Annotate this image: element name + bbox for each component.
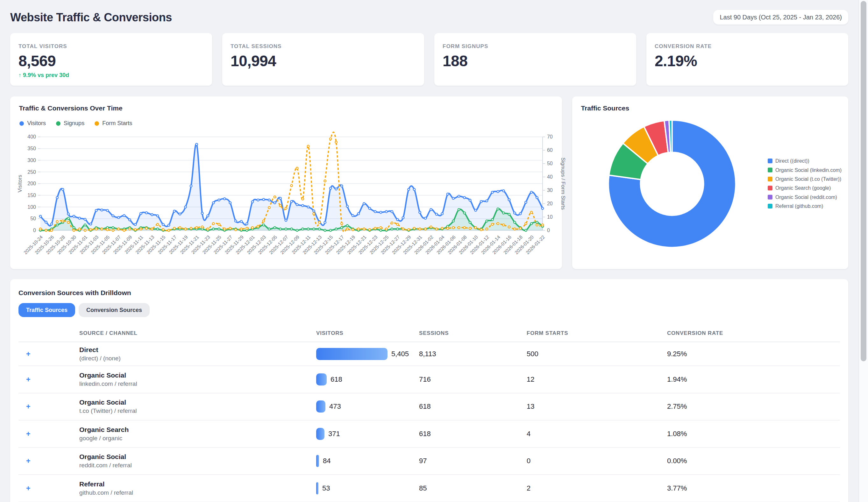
svg-text:Organic Social (t.co (Twitter): Organic Social (t.co (Twitter)): [775, 176, 841, 182]
svg-text:Organic Search (google): Organic Search (google): [775, 185, 831, 191]
svg-text:Organic Social (linkedin.com): Organic Social (linkedin.com): [775, 167, 841, 173]
svg-text:Referral (github.com): Referral (github.com): [775, 203, 823, 209]
svg-text:400: 400: [28, 134, 36, 140]
svg-text:Organic Social (reddit.com): Organic Social (reddit.com): [775, 195, 837, 200]
svg-text:300: 300: [28, 158, 36, 163]
svg-text:0: 0: [547, 228, 550, 233]
svg-text:50: 50: [30, 216, 36, 221]
svg-text:Direct ((direct)): Direct ((direct)): [775, 158, 809, 164]
svg-text:Signups / Form Starts: Signups / Form Starts: [560, 158, 566, 210]
svg-text:200: 200: [28, 181, 36, 186]
svg-text:100: 100: [28, 205, 36, 210]
svg-text:70: 70: [547, 134, 553, 140]
svg-text:50: 50: [547, 161, 553, 166]
svg-text:30: 30: [547, 188, 553, 193]
svg-text:60: 60: [547, 147, 553, 153]
svg-text:350: 350: [28, 146, 36, 151]
svg-text:150: 150: [28, 192, 36, 198]
svg-text:20: 20: [547, 201, 553, 206]
svg-text:10: 10: [547, 214, 553, 220]
svg-text:Visitors: Visitors: [17, 175, 23, 192]
svg-text:40: 40: [547, 174, 553, 179]
svg-text:0: 0: [33, 228, 36, 233]
svg-text:250: 250: [28, 169, 36, 175]
